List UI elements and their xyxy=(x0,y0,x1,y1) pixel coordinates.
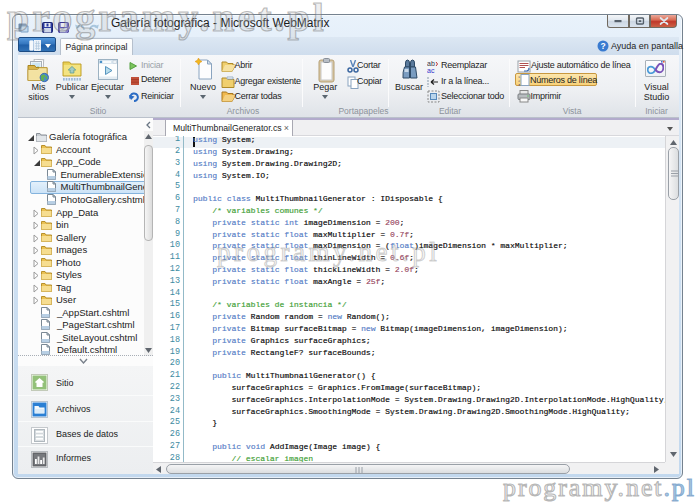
svg-text:?: ? xyxy=(600,41,605,51)
svg-text:3: 3 xyxy=(518,83,520,86)
svg-text:ab: ab xyxy=(427,60,435,67)
svg-text:ac: ac xyxy=(427,67,435,73)
